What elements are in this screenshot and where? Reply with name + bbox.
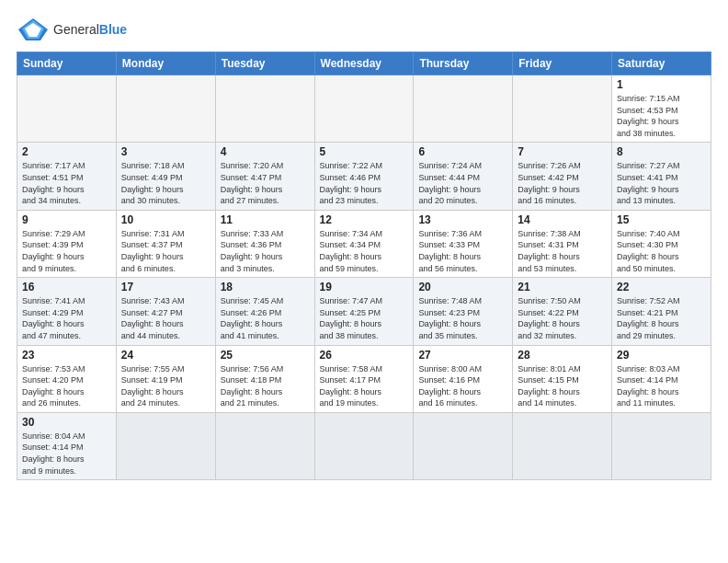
day-info: Sunrise: 7:43 AM Sunset: 4:27 PM Dayligh…	[121, 295, 210, 341]
day-info: Sunrise: 7:50 AM Sunset: 4:22 PM Dayligh…	[518, 295, 607, 341]
calendar-table: SundayMondayTuesdayWednesdayThursdayFrid…	[17, 52, 711, 480]
day-number: 23	[22, 349, 111, 362]
calendar-day-cell: 23Sunrise: 7:53 AM Sunset: 4:20 PM Dayli…	[17, 345, 117, 412]
calendar-day-cell: 8Sunrise: 7:27 AM Sunset: 4:41 PM Daylig…	[612, 143, 711, 210]
day-info: Sunrise: 7:58 AM Sunset: 4:17 PM Dayligh…	[320, 363, 409, 409]
calendar-day-cell	[215, 75, 314, 143]
calendar-day-cell	[513, 412, 612, 479]
calendar-day-cell: 16Sunrise: 7:41 AM Sunset: 4:29 PM Dayli…	[17, 278, 117, 345]
day-number: 8	[617, 145, 706, 158]
calendar-day-cell: 22Sunrise: 7:52 AM Sunset: 4:21 PM Dayli…	[612, 278, 711, 345]
day-number: 29	[617, 349, 706, 362]
day-header-tuesday: Tuesday	[215, 52, 314, 75]
calendar-day-cell	[314, 412, 414, 479]
day-number: 30	[22, 416, 111, 429]
logo-text: GeneralBlue	[53, 22, 127, 37]
day-number: 4	[221, 145, 310, 158]
day-number: 9	[22, 213, 111, 226]
calendar-day-cell: 1Sunrise: 7:15 AM Sunset: 4:53 PM Daylig…	[612, 75, 711, 143]
day-info: Sunrise: 7:29 AM Sunset: 4:39 PM Dayligh…	[22, 228, 111, 274]
calendar-day-cell: 27Sunrise: 8:00 AM Sunset: 4:16 PM Dayli…	[414, 345, 513, 412]
calendar-day-cell: 9Sunrise: 7:29 AM Sunset: 4:39 PM Daylig…	[17, 210, 117, 277]
calendar-day-cell	[414, 412, 513, 479]
day-info: Sunrise: 7:55 AM Sunset: 4:19 PM Dayligh…	[121, 363, 210, 409]
day-info: Sunrise: 7:41 AM Sunset: 4:29 PM Dayligh…	[22, 295, 111, 341]
day-info: Sunrise: 7:18 AM Sunset: 4:49 PM Dayligh…	[121, 160, 210, 206]
day-number: 3	[121, 145, 210, 158]
day-header-thursday: Thursday	[414, 52, 513, 75]
day-number: 26	[320, 349, 409, 362]
day-info: Sunrise: 7:56 AM Sunset: 4:18 PM Dayligh…	[221, 363, 310, 409]
day-info: Sunrise: 7:48 AM Sunset: 4:23 PM Dayligh…	[418, 295, 507, 341]
day-info: Sunrise: 7:53 AM Sunset: 4:20 PM Dayligh…	[22, 363, 111, 409]
day-info: Sunrise: 7:20 AM Sunset: 4:47 PM Dayligh…	[221, 160, 310, 206]
calendar-day-cell: 12Sunrise: 7:34 AM Sunset: 4:34 PM Dayli…	[314, 210, 414, 277]
day-number: 21	[518, 281, 607, 293]
day-number: 18	[221, 281, 310, 293]
day-info: Sunrise: 7:26 AM Sunset: 4:42 PM Dayligh…	[518, 160, 607, 206]
day-info: Sunrise: 7:27 AM Sunset: 4:41 PM Dayligh…	[617, 160, 706, 206]
calendar-day-cell: 13Sunrise: 7:36 AM Sunset: 4:33 PM Dayli…	[414, 210, 513, 277]
day-number: 24	[121, 349, 210, 362]
day-info: Sunrise: 7:36 AM Sunset: 4:33 PM Dayligh…	[418, 228, 507, 274]
calendar-day-cell: 11Sunrise: 7:33 AM Sunset: 4:36 PM Dayli…	[215, 210, 314, 277]
day-number: 11	[221, 213, 310, 226]
day-header-monday: Monday	[116, 52, 215, 75]
calendar-day-cell: 21Sunrise: 7:50 AM Sunset: 4:22 PM Dayli…	[513, 278, 612, 345]
day-header-wednesday: Wednesday	[314, 52, 414, 75]
calendar-day-cell	[17, 75, 117, 143]
header: GeneralBlue	[17, 17, 711, 42]
day-number: 6	[418, 145, 507, 158]
day-header-sunday: Sunday	[17, 52, 117, 75]
calendar-day-cell: 3Sunrise: 7:18 AM Sunset: 4:49 PM Daylig…	[116, 143, 215, 210]
logo-icon	[17, 17, 50, 42]
calendar-day-cell	[513, 75, 612, 143]
day-info: Sunrise: 8:00 AM Sunset: 4:16 PM Dayligh…	[418, 363, 507, 409]
calendar-day-cell: 4Sunrise: 7:20 AM Sunset: 4:47 PM Daylig…	[215, 143, 314, 210]
calendar-week-row: 9Sunrise: 7:29 AM Sunset: 4:39 PM Daylig…	[17, 210, 711, 277]
day-info: Sunrise: 7:31 AM Sunset: 4:37 PM Dayligh…	[121, 228, 210, 274]
calendar-week-row: 16Sunrise: 7:41 AM Sunset: 4:29 PM Dayli…	[17, 278, 711, 345]
calendar-day-cell: 24Sunrise: 7:55 AM Sunset: 4:19 PM Dayli…	[116, 345, 215, 412]
calendar-day-cell: 14Sunrise: 7:38 AM Sunset: 4:31 PM Dayli…	[513, 210, 612, 277]
day-info: Sunrise: 8:03 AM Sunset: 4:14 PM Dayligh…	[617, 363, 706, 409]
day-info: Sunrise: 7:38 AM Sunset: 4:31 PM Dayligh…	[518, 228, 607, 274]
calendar-week-row: 2Sunrise: 7:17 AM Sunset: 4:51 PM Daylig…	[17, 143, 711, 210]
day-number: 5	[320, 145, 409, 158]
calendar-day-cell: 25Sunrise: 7:56 AM Sunset: 4:18 PM Dayli…	[215, 345, 314, 412]
day-number: 20	[418, 281, 507, 293]
day-number: 17	[121, 281, 210, 293]
day-number: 16	[22, 281, 111, 293]
day-number: 13	[418, 213, 507, 226]
calendar-day-cell: 18Sunrise: 7:45 AM Sunset: 4:26 PM Dayli…	[215, 278, 314, 345]
day-number: 25	[221, 349, 310, 362]
day-info: Sunrise: 7:33 AM Sunset: 4:36 PM Dayligh…	[221, 228, 310, 274]
calendar-day-cell	[116, 75, 215, 143]
calendar-day-cell: 19Sunrise: 7:47 AM Sunset: 4:25 PM Dayli…	[314, 278, 414, 345]
day-number: 19	[320, 281, 409, 293]
day-info: Sunrise: 7:40 AM Sunset: 4:30 PM Dayligh…	[617, 228, 706, 274]
day-header-saturday: Saturday	[612, 52, 711, 75]
calendar-day-cell	[414, 75, 513, 143]
day-number: 2	[22, 145, 111, 158]
day-number: 1	[617, 78, 706, 91]
day-info: Sunrise: 7:34 AM Sunset: 4:34 PM Dayligh…	[320, 228, 409, 274]
calendar-day-cell: 26Sunrise: 7:58 AM Sunset: 4:17 PM Dayli…	[314, 345, 414, 412]
calendar-day-cell: 30Sunrise: 8:04 AM Sunset: 4:14 PM Dayli…	[17, 412, 117, 479]
calendar-day-cell: 10Sunrise: 7:31 AM Sunset: 4:37 PM Dayli…	[116, 210, 215, 277]
calendar-day-cell: 15Sunrise: 7:40 AM Sunset: 4:30 PM Dayli…	[612, 210, 711, 277]
day-header-friday: Friday	[513, 52, 612, 75]
calendar-header-row: SundayMondayTuesdayWednesdayThursdayFrid…	[17, 52, 711, 75]
calendar-day-cell	[314, 75, 414, 143]
calendar-week-row: 23Sunrise: 7:53 AM Sunset: 4:20 PM Dayli…	[17, 345, 711, 412]
calendar-week-row: 1Sunrise: 7:15 AM Sunset: 4:53 PM Daylig…	[17, 75, 711, 143]
day-info: Sunrise: 7:22 AM Sunset: 4:46 PM Dayligh…	[320, 160, 409, 206]
calendar-week-row: 30Sunrise: 8:04 AM Sunset: 4:14 PM Dayli…	[17, 412, 711, 479]
day-info: Sunrise: 7:45 AM Sunset: 4:26 PM Dayligh…	[221, 295, 310, 341]
day-info: Sunrise: 7:15 AM Sunset: 4:53 PM Dayligh…	[617, 93, 706, 139]
calendar-day-cell: 5Sunrise: 7:22 AM Sunset: 4:46 PM Daylig…	[314, 143, 414, 210]
calendar-day-cell: 2Sunrise: 7:17 AM Sunset: 4:51 PM Daylig…	[17, 143, 117, 210]
calendar-page: GeneralBlue SundayMondayTuesdayWednesday…	[0, 0, 728, 563]
calendar-day-cell: 20Sunrise: 7:48 AM Sunset: 4:23 PM Dayli…	[414, 278, 513, 345]
day-number: 15	[617, 213, 706, 226]
